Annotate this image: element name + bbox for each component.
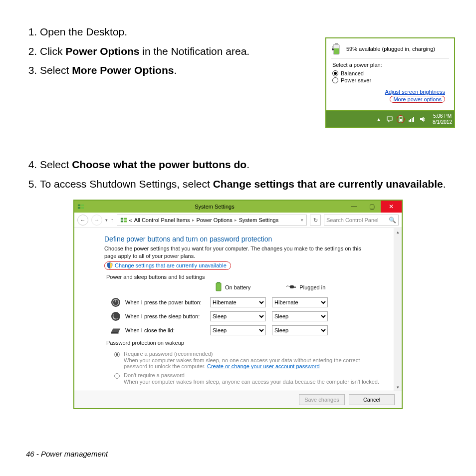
pwd-option-require[interactable]: Require a password (recommended) When yo…: [114, 351, 384, 369]
minimize-button[interactable]: —: [345, 201, 363, 213]
refresh-button[interactable]: ↻: [310, 215, 321, 226]
sleep-plugged-select[interactable]: Sleep: [272, 311, 328, 321]
power-button-icon: [110, 297, 121, 308]
svg-rect-28: [413, 117, 414, 122]
svg-rect-26: [410, 119, 411, 122]
svg-rect-9: [216, 283, 221, 291]
plan-balanced-option[interactable]: Balanced: [332, 70, 449, 77]
radio-checked-icon: [332, 70, 338, 76]
lid-plugged-select[interactable]: Sleep: [272, 325, 328, 335]
power-plugged-select[interactable]: Hibernate: [272, 297, 328, 307]
search-placeholder: Search Control Panel: [326, 217, 379, 223]
scroll-up-icon[interactable]: ▴: [394, 228, 402, 236]
battery-icon: [215, 282, 222, 293]
pwd-option-no-require[interactable]: Don't require a password When your compu…: [114, 372, 384, 385]
svg-point-21: [332, 48, 334, 50]
search-input[interactable]: Search Control Panel 🔍: [324, 215, 399, 226]
save-changes-button[interactable]: Save changes: [299, 394, 345, 405]
radio-icon: [114, 373, 120, 379]
maximize-button[interactable]: ▢: [363, 201, 381, 213]
svg-rect-25: [409, 120, 410, 122]
breadcrumb[interactable]: « All Control Panel Items▸ Power Options…: [117, 215, 307, 226]
row-sleep-label: When I press the sleep button:: [125, 313, 210, 319]
select-plan-label: Select a power plan:: [332, 62, 449, 68]
svg-rect-10: [290, 285, 294, 288]
system-settings-window: System Settings — ▢ ✕ ← → ▾ ↑ « All Cont…: [73, 200, 403, 409]
change-settings-link[interactable]: Change settings that are currently unava…: [115, 262, 227, 268]
create-password-link[interactable]: Create or change your user account passw…: [207, 363, 320, 369]
tray-network-icon[interactable]: [408, 115, 416, 123]
more-power-options-link[interactable]: More power options: [393, 96, 442, 102]
search-icon: 🔍: [389, 217, 396, 224]
cancel-button[interactable]: Cancel: [349, 394, 395, 405]
adjust-brightness-link[interactable]: Adjust screen brightness: [331, 89, 445, 95]
svg-rect-27: [412, 118, 413, 122]
svg-rect-20: [334, 48, 339, 54]
taskbar-clock[interactable]: 5:06 PM 8/1/2012: [433, 113, 452, 125]
tray-chevron-icon[interactable]: ▴: [375, 115, 383, 123]
change-settings-link-wrap: Change settings that are currently unava…: [104, 261, 384, 270]
scroll-down-icon[interactable]: ▾: [394, 383, 402, 391]
tray-action-center-icon[interactable]: [386, 115, 394, 123]
svg-rect-23: [400, 116, 402, 117]
window-title: System Settings: [84, 204, 345, 210]
battery-status-text: 59% available (plugged in, charging): [346, 46, 435, 53]
row-lid-label: When I close the lid:: [125, 327, 210, 333]
window-icon: [77, 203, 84, 210]
forward-button[interactable]: →: [91, 215, 102, 226]
step-1-text: Open the Desktop.: [40, 26, 127, 37]
nav-row: ← → ▾ ↑ « All Control Panel Items▸ Power…: [74, 213, 402, 228]
page-heading: Define power buttons and turn on passwor…: [104, 235, 384, 243]
page-footer: 46 - Power management: [26, 450, 108, 458]
pwd-section-label: Password protection on wakeup: [106, 340, 384, 346]
svg-rect-5: [124, 218, 126, 220]
tray-battery-icon[interactable]: [397, 115, 405, 123]
sleep-battery-select[interactable]: Sleep: [210, 311, 266, 321]
svg-rect-6: [120, 221, 123, 223]
sleep-button-icon: [110, 311, 121, 322]
shield-icon: [107, 262, 113, 268]
step-4: Select Choose what the power buttons do.: [40, 156, 450, 174]
close-button[interactable]: ✕: [381, 201, 402, 213]
tray-volume-icon[interactable]: [419, 115, 427, 123]
svg-rect-24: [400, 119, 402, 121]
row-power-label: When I press the power button:: [125, 299, 210, 305]
plan-powersaver-option[interactable]: Power saver: [332, 77, 449, 84]
svg-rect-4: [120, 218, 123, 220]
battery-popup: 59% available (plugged in, charging) Sel…: [325, 37, 455, 128]
svg-rect-1: [81, 205, 84, 207]
scrollbar[interactable]: ▴ ▾: [394, 228, 402, 391]
battery-status-icon: [331, 43, 342, 55]
radio-unchecked-icon: [332, 77, 338, 83]
radio-icon: [114, 352, 120, 357]
svg-rect-3: [81, 207, 84, 209]
lid-battery-select[interactable]: Sleep: [210, 325, 266, 335]
lid-icon: [110, 325, 121, 336]
svg-rect-17: [111, 332, 119, 334]
back-button[interactable]: ←: [77, 215, 88, 226]
svg-rect-0: [78, 205, 80, 207]
up-button[interactable]: ↑: [111, 217, 114, 223]
plug-icon: [285, 284, 296, 290]
pb-section-label: Power and sleep buttons and lid settings: [106, 274, 384, 280]
page-description: Choose the power settings that you want …: [104, 245, 364, 259]
step-5: To access Shutdown Settings, select Chan…: [40, 175, 450, 193]
power-battery-select[interactable]: Hibernate: [210, 297, 266, 307]
svg-rect-2: [78, 207, 80, 209]
titlebar: System Settings — ▢ ✕: [74, 201, 402, 213]
svg-rect-7: [124, 221, 126, 223]
control-panel-icon: [120, 217, 127, 224]
history-dropdown-icon[interactable]: ▾: [105, 218, 108, 223]
taskbar: ▴ 5:06 PM 8/1/2012: [325, 111, 455, 128]
